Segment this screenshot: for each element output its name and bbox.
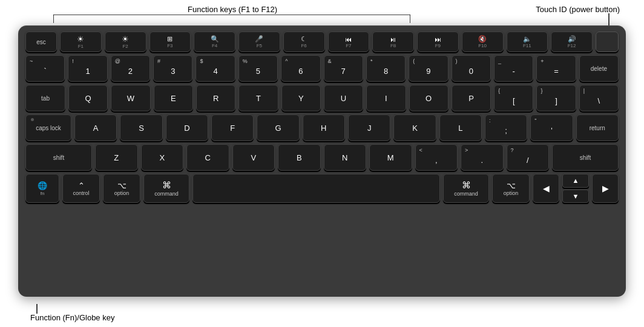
key-x[interactable]: X [141, 144, 184, 171]
key-u[interactable]: U [324, 85, 363, 111]
key-3[interactable]: # 3 [153, 55, 192, 82]
key-f12[interactable]: 🔊 F12 [551, 31, 593, 52]
key-return[interactable]: return [576, 114, 619, 141]
key-shift-right[interactable]: shift [552, 144, 619, 171]
key-f6[interactable]: ☾ F6 [283, 31, 325, 52]
key-2[interactable]: @ 2 [111, 55, 150, 82]
key-z[interactable]: Z [95, 144, 138, 171]
key-5[interactable]: % 5 [238, 55, 278, 82]
key-delete[interactable]: delete [579, 55, 619, 82]
key-f[interactable]: F [211, 114, 254, 141]
number-row: ~ ` ! 1 @ 2 # 3 $ 4 % 5 ^ 6 & 7 [25, 55, 619, 82]
keyboard: esc ☀ F1 ☀ F2 ⊞ F3 🔍 F4 🎤 F5 ☾ F6 ⏮ F7 [18, 25, 626, 297]
function-keys-bracket [53, 15, 410, 24]
key-r[interactable]: R [196, 85, 235, 111]
key-n[interactable]: N [324, 144, 367, 171]
key-f9[interactable]: ⏭ F9 [417, 31, 459, 52]
key-p[interactable]: P [452, 85, 491, 111]
key-k[interactable]: K [393, 114, 436, 141]
tab-row: tab Q W E R T Y U I O P { [ } ] | \ [25, 85, 619, 111]
key-9[interactable]: ( 9 [409, 55, 448, 82]
key-y[interactable]: Y [281, 85, 321, 111]
key-s[interactable]: S [120, 114, 162, 141]
key-e[interactable]: E [154, 85, 193, 111]
key-7[interactable]: & 7 [324, 55, 363, 82]
arrow-up-down-group: ▲ ▼ [562, 174, 589, 203]
key-arrow-up[interactable]: ▲ [562, 174, 589, 188]
key-f1[interactable]: ☀ F1 [60, 31, 102, 52]
key-f5[interactable]: 🎤 F5 [238, 31, 280, 52]
key-esc[interactable]: esc [25, 31, 57, 52]
shift-row: shift Z X C V B N M < , > . ? / shift [25, 144, 619, 171]
fn-globe-label: Function (Fn)/Globe key [30, 313, 114, 322]
key-arrow-left[interactable]: ◀ [533, 174, 559, 203]
key-f3[interactable]: ⊞ F3 [150, 31, 191, 52]
key-tab[interactable]: tab [25, 85, 65, 111]
key-1[interactable]: ! 1 [68, 55, 107, 82]
key-fn-globe[interactable]: 🌐 fn [25, 174, 59, 203]
key-b[interactable]: B [278, 144, 321, 171]
key-f10[interactable]: 🔇 F10 [462, 31, 504, 52]
key-command-right[interactable]: ⌘ command [443, 174, 489, 203]
caps-row: caps lock A S D F G H J K L : ; " ' retu… [25, 114, 619, 141]
key-o[interactable]: O [409, 85, 448, 111]
key-t[interactable]: T [238, 85, 278, 111]
key-quote[interactable]: " ' [530, 114, 573, 141]
key-8[interactable]: * 8 [366, 55, 406, 82]
key-command-left[interactable]: ⌘ command [143, 174, 189, 203]
key-g[interactable]: G [257, 114, 299, 141]
key-d[interactable]: D [166, 114, 208, 141]
key-minus[interactable]: _ - [494, 55, 533, 82]
fn-globe-bracket [36, 304, 38, 314]
function-keys-label: Function keys (F1 to F12) [188, 5, 277, 14]
key-a[interactable]: A [74, 114, 117, 141]
key-6[interactable]: ^ 6 [281, 55, 320, 82]
key-i[interactable]: I [366, 85, 406, 111]
bottom-row: 🌐 fn ⌃ control ⌥ option ⌘ command ⌘ comm… [25, 174, 619, 203]
key-touch-id[interactable] [596, 31, 619, 52]
function-row: esc ☀ F1 ☀ F2 ⊞ F3 🔍 F4 🎤 F5 ☾ F6 ⏮ F7 [25, 31, 619, 52]
key-slash[interactable]: ? / [507, 144, 550, 171]
key-l[interactable]: L [439, 114, 482, 141]
key-space[interactable] [192, 174, 440, 203]
key-h[interactable]: H [303, 114, 345, 141]
key-w[interactable]: W [111, 85, 150, 111]
touch-id-line [608, 13, 610, 27]
key-option-left[interactable]: ⌥ option [103, 174, 140, 203]
key-semicolon[interactable]: : ; [485, 114, 527, 141]
key-backslash[interactable]: | \ [579, 85, 619, 111]
key-0[interactable]: ) 0 [452, 55, 491, 82]
key-shift-left[interactable]: shift [25, 144, 92, 171]
key-f4[interactable]: 🔍 F4 [194, 31, 235, 52]
touch-id-label: Touch ID (power button) [536, 5, 620, 14]
key-backtick[interactable]: ~ ` [25, 55, 65, 82]
key-m[interactable]: M [369, 144, 412, 171]
key-f2[interactable]: ☀ F2 [105, 31, 146, 52]
key-j[interactable]: J [348, 114, 390, 141]
key-period[interactable]: > . [461, 144, 504, 171]
key-f8[interactable]: ⏯ F8 [372, 31, 414, 52]
key-close-bracket[interactable]: } ] [536, 85, 576, 111]
key-q[interactable]: Q [68, 85, 108, 111]
key-4[interactable]: $ 4 [196, 55, 235, 82]
key-f11[interactable]: 🔈 F11 [507, 31, 548, 52]
key-c[interactable]: C [186, 144, 229, 171]
key-f7[interactable]: ⏮ F7 [328, 31, 370, 52]
key-v[interactable]: V [232, 144, 275, 171]
key-equals[interactable]: + = [536, 55, 576, 82]
key-open-bracket[interactable]: { [ [494, 85, 533, 111]
key-arrow-down[interactable]: ▼ [562, 190, 589, 203]
key-option-right[interactable]: ⌥ option [492, 174, 530, 203]
key-control[interactable]: ⌃ control [62, 174, 100, 203]
key-comma[interactable]: < , [415, 144, 458, 171]
key-caps-lock[interactable]: caps lock [25, 114, 71, 141]
key-arrow-right[interactable]: ▶ [592, 174, 619, 203]
